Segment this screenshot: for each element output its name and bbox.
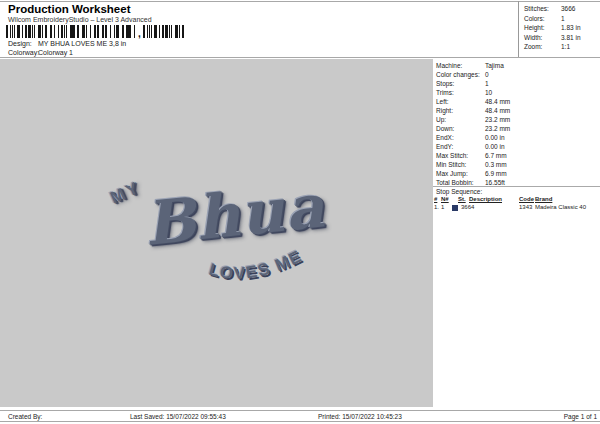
machine-info-panel: Machine:Tajima Color changes:0 Stops:1 T… [433, 59, 600, 407]
design-label: Design: [8, 40, 38, 47]
cell-n: 1 [441, 204, 444, 210]
header-divider [0, 57, 600, 58]
cell-num: 1. [434, 204, 439, 210]
top-border [0, 1, 600, 2]
info-machine: Machine:Tajima [436, 61, 600, 70]
colorway-row: Colorway: Colorway 1 [8, 49, 73, 56]
cell-code: 1343 [519, 204, 532, 210]
last-saved-text: Last Saved: 15/07/2022 09:55:43 [130, 413, 226, 420]
stat-colors: Colors:1 [524, 14, 600, 24]
info-right: Right:48.4 mm [436, 106, 600, 115]
info-max-stitch: Max Stitch:6.7 mm [436, 151, 600, 160]
info-endx: EndX:0.00 in [436, 133, 600, 142]
info-down: Down:23.2 mm [436, 124, 600, 133]
page-title: Production Worksheet [8, 3, 130, 15]
svg-text:LOVES ME: LOVES ME [207, 246, 306, 283]
stop-sequence-title: Stop Sequence: [436, 188, 482, 195]
stop-sequence-row: 1. 1 3664 1343 Madeira Classic 40 [433, 204, 600, 212]
design-value: MY BHUA LOVES ME 3,8 in [38, 40, 126, 47]
machine-info-list: Machine:Tajima Color changes:0 Stops:1 T… [433, 59, 600, 187]
col-num: # [434, 196, 437, 202]
stat-zoom: Zoom:1:1 [524, 42, 600, 52]
stop-sequence-divider [433, 186, 600, 187]
info-up: Up:23.2 mm [436, 115, 600, 124]
cell-brand: Madeira Classic 40 [535, 204, 586, 210]
production-worksheet-page: Production Worksheet Wilcom EmbroiderySt… [0, 0, 600, 424]
col-n: N# [441, 196, 449, 202]
page-number: Page 1 of 1 [564, 413, 597, 420]
col-st: St. [458, 196, 466, 202]
col-code: Code [519, 196, 534, 202]
info-color-changes: Color changes:0 [436, 70, 600, 79]
printed-text: Printed: 15/07/2022 10:45:23 [318, 413, 402, 420]
info-endy: EndY:0.00 in [436, 142, 600, 151]
col-description: Description [469, 196, 502, 202]
stat-width: Width:3.81 in [524, 33, 600, 43]
barcode-separator: , [136, 30, 143, 38]
info-max-jump: Max Jump:6.9 mm [436, 169, 600, 178]
col-brand: Brand [535, 196, 552, 202]
cell-stitches: 3664 [461, 204, 474, 210]
stat-height: Height:1.83 in [524, 23, 600, 33]
embroidery-arc-text: LOVES ME LOVES ME LOVES ME [0, 59, 433, 407]
barcode-bars-left [6, 25, 136, 38]
colorway-label: Colorway: [8, 49, 38, 56]
barcode-bars-right [143, 25, 185, 38]
info-stops: Stops:1 [436, 79, 600, 88]
thread-color-chip [452, 205, 458, 211]
software-subtitle: Wilcom EmbroideryStudio – Level 3 Advanc… [8, 16, 152, 23]
stat-stitches: Stitches:3666 [524, 4, 600, 14]
colorway-value: Colorway 1 [38, 49, 73, 56]
info-left: Left:48.4 mm [436, 97, 600, 106]
design-barcode: , [6, 25, 185, 38]
design-name-row: Design: MY BHUA LOVES ME 3,8 in [8, 40, 126, 47]
design-stats-box: Stitches:3666 Colors:1 Height:1.83 in Wi… [518, 1, 600, 57]
created-by-label: Created By: [8, 413, 42, 420]
info-min-stitch: Min Stitch:0.3 mm [436, 160, 600, 169]
arc-text-loves-me: LOVES ME [207, 246, 306, 283]
design-preview-canvas: MY Bhua LOVES ME LOVES ME LOVES ME [0, 59, 433, 407]
stop-sequence-header-row: # N# St. Description Code Brand [433, 196, 600, 204]
info-trims: Trims:10 [436, 88, 600, 97]
footer-divider-top [0, 410, 600, 411]
footer-divider-bottom [0, 421, 600, 422]
